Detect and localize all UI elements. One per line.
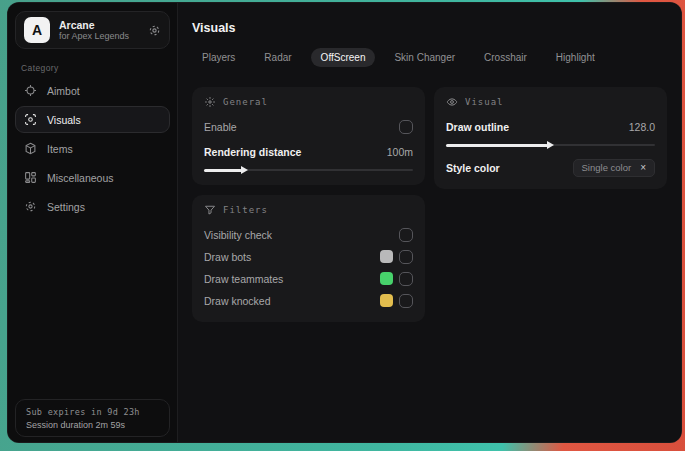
tab-offscreen[interactable]: OffScreen <box>311 48 376 67</box>
draw-outline-slider[interactable] <box>446 141 655 149</box>
enable-checkbox[interactable] <box>399 120 413 134</box>
sidebar-item-label: Miscellaneous <box>47 172 114 184</box>
visibility-check-checkbox[interactable] <box>399 228 413 242</box>
funnel-icon <box>204 204 216 216</box>
style-color-label: Style color <box>446 162 500 174</box>
session-duration-text: Session duration 2m 59s <box>26 420 159 430</box>
app-window: A Arcane for Apex Legends Category <box>7 2 682 443</box>
filters-panel-title: Filters <box>223 205 268 215</box>
close-icon[interactable]: × <box>640 163 646 173</box>
draw-bots-controls <box>380 250 413 264</box>
draw-knocked-checkbox[interactable] <box>399 294 413 308</box>
left-column: General Enable Rendering distance 100m <box>192 87 425 322</box>
category-label: Category <box>21 63 170 73</box>
grid-icon <box>24 171 37 184</box>
sidebar-item-items[interactable]: Items <box>15 135 170 162</box>
gear-icon <box>24 200 37 213</box>
slider-thumb[interactable] <box>547 141 554 149</box>
tab-highlight[interactable]: Highlight <box>546 48 605 67</box>
draw-bots-color-swatch[interactable] <box>380 250 393 263</box>
sidebar: A Arcane for Apex Legends Category <box>8 3 178 442</box>
style-color-row: Style color Single color × <box>446 157 655 178</box>
eye-scan-icon <box>24 113 37 126</box>
sidebar-item-label: Aimbot <box>47 85 80 97</box>
slider-fill <box>204 169 242 172</box>
draw-teammates-controls <box>380 272 413 286</box>
draw-outline-value: 128.0 <box>629 121 655 133</box>
visual-panel: Visual Draw outline 128.0 Style color <box>434 87 667 189</box>
app-title: Arcane <box>59 19 139 31</box>
visual-panel-title: Visual <box>465 97 504 107</box>
rendering-distance-value: 100m <box>387 146 413 158</box>
sparkle-icon <box>204 96 216 108</box>
draw-knocked-label: Draw knocked <box>204 295 271 307</box>
filters-panel-header: Filters <box>204 204 413 216</box>
enable-row: Enable <box>204 116 413 137</box>
rendering-distance-slider[interactable] <box>204 166 413 174</box>
draw-knocked-row: Draw knocked <box>204 290 413 311</box>
rendering-distance-row: Rendering distance 100m <box>204 141 413 162</box>
visibility-check-row: Visibility check <box>204 224 413 245</box>
rendering-distance-label: Rendering distance <box>204 146 301 158</box>
tab-crosshair[interactable]: Crosshair <box>474 48 537 67</box>
sidebar-item-label: Items <box>47 143 73 155</box>
draw-outline-label: Draw outline <box>446 121 509 133</box>
general-panel-title: General <box>223 97 268 107</box>
sidebar-item-visuals[interactable]: Visuals <box>15 106 170 133</box>
main-content: Visuals Players Radar OffScreen Skin Cha… <box>178 3 682 442</box>
visibility-check-label: Visibility check <box>204 229 272 241</box>
gear-icon[interactable] <box>148 24 161 37</box>
draw-teammates-checkbox[interactable] <box>399 272 413 286</box>
cube-icon <box>24 142 37 155</box>
draw-outline-row: Draw outline 128.0 <box>446 116 655 137</box>
tab-skin-changer[interactable]: Skin Changer <box>384 48 465 67</box>
general-panel-header: General <box>204 96 413 108</box>
draw-teammates-label: Draw teammates <box>204 273 283 285</box>
sidebar-item-settings[interactable]: Settings <box>15 193 170 220</box>
app-logo-letter: A <box>32 22 42 38</box>
draw-teammates-row: Draw teammates <box>204 268 413 289</box>
content-area: General Enable Rendering distance 100m <box>192 87 667 322</box>
draw-knocked-controls <box>380 294 413 308</box>
visual-panel-header: Visual <box>446 96 655 108</box>
slider-thumb[interactable] <box>241 166 248 174</box>
draw-bots-row: Draw bots <box>204 246 413 267</box>
enable-label: Enable <box>204 121 237 133</box>
tab-radar[interactable]: Radar <box>254 48 301 67</box>
page-title: Visuals <box>192 21 667 35</box>
tab-players[interactable]: Players <box>192 48 245 67</box>
logo-text: Arcane for Apex Legends <box>59 19 139 41</box>
sidebar-item-label: Settings <box>47 201 85 213</box>
general-panel: General Enable Rendering distance 100m <box>192 87 425 185</box>
right-column: Visual Draw outline 128.0 Style color <box>434 87 667 189</box>
sidebar-item-label: Visuals <box>47 114 81 126</box>
style-color-dropdown[interactable]: Single color × <box>573 159 655 177</box>
sidebar-item-aimbot[interactable]: Aimbot <box>15 77 170 104</box>
logo-card: A Arcane for Apex Legends <box>15 11 170 49</box>
style-color-selected-value: Single color <box>582 162 632 173</box>
crosshair-icon <box>24 84 37 97</box>
filters-panel: Filters Visibility check Draw bots <box>192 195 425 322</box>
app-subtitle: for Apex Legends <box>59 31 139 41</box>
sidebar-item-miscellaneous[interactable]: Miscellaneous <box>15 164 170 191</box>
sidebar-spacer <box>15 220 170 399</box>
draw-bots-label: Draw bots <box>204 251 251 263</box>
tab-bar: Players Radar OffScreen Skin Changer Cro… <box>192 48 667 67</box>
draw-teammates-color-swatch[interactable] <box>380 272 393 285</box>
app-logo: A <box>24 17 50 43</box>
draw-bots-checkbox[interactable] <box>399 250 413 264</box>
sub-expires-text: Sub expires in 9d 23h <box>26 407 159 417</box>
eye-icon <box>446 96 458 108</box>
subscription-info: Sub expires in 9d 23h Session duration 2… <box>15 399 170 437</box>
draw-knocked-color-swatch[interactable] <box>380 294 393 307</box>
sidebar-nav: Aimbot Visuals Items <box>15 77 170 220</box>
slider-fill <box>446 144 548 147</box>
